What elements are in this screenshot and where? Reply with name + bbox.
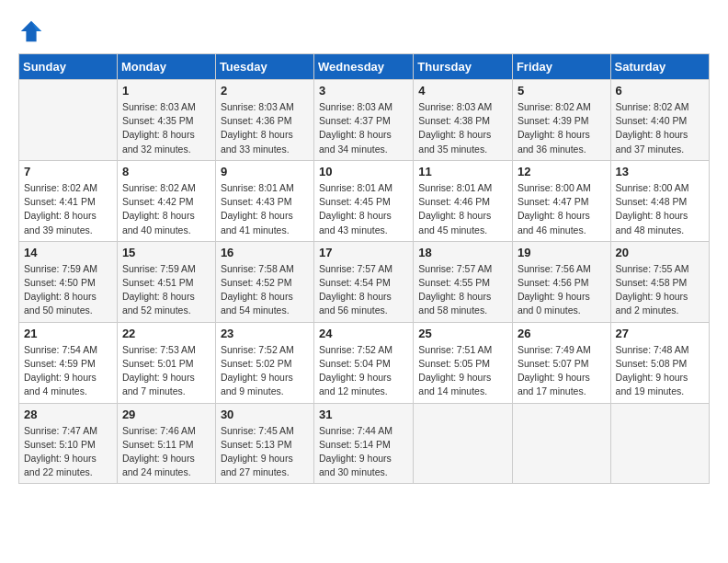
day-header-saturday: Saturday: [610, 54, 709, 80]
calendar-cell: 8Sunrise: 8:02 AM Sunset: 4:42 PM Daylig…: [117, 160, 215, 241]
logo: [18, 18, 48, 44]
day-number: 2: [221, 84, 309, 98]
day-info: Sunrise: 8:03 AM Sunset: 4:35 PM Dayligh…: [122, 100, 210, 156]
day-number: 3: [319, 84, 408, 98]
calendar-cell: 1Sunrise: 8:03 AM Sunset: 4:35 PM Daylig…: [117, 80, 215, 161]
day-info: Sunrise: 7:51 AM Sunset: 5:05 PM Dayligh…: [418, 343, 507, 399]
day-header-monday: Monday: [117, 54, 215, 80]
day-number: 17: [319, 246, 408, 259]
calendar-cell: 30Sunrise: 7:45 AM Sunset: 5:13 PM Dayli…: [215, 403, 313, 484]
calendar-cell: 31Sunrise: 7:44 AM Sunset: 5:14 PM Dayli…: [314, 403, 414, 484]
day-number: 20: [616, 246, 704, 259]
day-info: Sunrise: 8:00 AM Sunset: 4:48 PM Dayligh…: [616, 181, 704, 237]
day-number: 23: [221, 327, 309, 340]
page-header: [18, 18, 710, 44]
calendar-cell: 3Sunrise: 8:03 AM Sunset: 4:37 PM Daylig…: [314, 80, 414, 161]
day-info: Sunrise: 8:02 AM Sunset: 4:41 PM Dayligh…: [24, 181, 112, 237]
day-number: 27: [616, 327, 704, 340]
logo-icon: [18, 18, 44, 44]
day-number: 13: [616, 165, 704, 178]
week-row-5: 28Sunrise: 7:47 AM Sunset: 5:10 PM Dayli…: [19, 403, 710, 484]
week-row-2: 7Sunrise: 8:02 AM Sunset: 4:41 PM Daylig…: [19, 160, 710, 241]
day-number: 29: [122, 408, 210, 421]
calendar-cell: 16Sunrise: 7:58 AM Sunset: 4:52 PM Dayli…: [215, 241, 313, 322]
day-info: Sunrise: 7:46 AM Sunset: 5:11 PM Dayligh…: [122, 424, 210, 480]
day-number: 5: [518, 84, 606, 98]
day-info: Sunrise: 8:02 AM Sunset: 4:39 PM Dayligh…: [518, 100, 606, 156]
day-number: 12: [518, 165, 606, 178]
day-info: Sunrise: 7:56 AM Sunset: 4:56 PM Dayligh…: [518, 262, 606, 318]
calendar-cell: 24Sunrise: 7:52 AM Sunset: 5:04 PM Dayli…: [314, 322, 414, 403]
day-info: Sunrise: 7:57 AM Sunset: 4:54 PM Dayligh…: [319, 262, 408, 318]
calendar-cell: 27Sunrise: 7:48 AM Sunset: 5:08 PM Dayli…: [610, 322, 709, 403]
day-info: Sunrise: 8:01 AM Sunset: 4:45 PM Dayligh…: [319, 181, 408, 237]
calendar-cell: 26Sunrise: 7:49 AM Sunset: 5:07 PM Dayli…: [512, 322, 610, 403]
week-row-1: 1Sunrise: 8:03 AM Sunset: 4:35 PM Daylig…: [19, 80, 710, 161]
day-number: 30: [221, 408, 309, 421]
calendar-cell: 9Sunrise: 8:01 AM Sunset: 4:43 PM Daylig…: [215, 160, 313, 241]
day-number: 22: [122, 327, 210, 340]
day-info: Sunrise: 8:03 AM Sunset: 4:37 PM Dayligh…: [319, 100, 408, 156]
calendar-table: SundayMondayTuesdayWednesdayThursdayFrid…: [18, 53, 710, 484]
calendar-cell: 18Sunrise: 7:57 AM Sunset: 4:55 PM Dayli…: [414, 241, 513, 322]
day-number: 21: [24, 327, 112, 340]
day-number: 9: [221, 165, 309, 178]
day-info: Sunrise: 7:45 AM Sunset: 5:13 PM Dayligh…: [221, 424, 309, 480]
calendar-cell: 2Sunrise: 8:03 AM Sunset: 4:36 PM Daylig…: [215, 80, 313, 161]
day-info: Sunrise: 7:58 AM Sunset: 4:52 PM Dayligh…: [221, 262, 309, 318]
day-number: 11: [418, 165, 507, 178]
day-info: Sunrise: 7:59 AM Sunset: 4:50 PM Dayligh…: [24, 262, 112, 318]
day-info: Sunrise: 7:55 AM Sunset: 4:58 PM Dayligh…: [616, 262, 704, 318]
day-info: Sunrise: 8:00 AM Sunset: 4:47 PM Dayligh…: [518, 181, 606, 237]
week-row-3: 14Sunrise: 7:59 AM Sunset: 4:50 PM Dayli…: [19, 241, 710, 322]
calendar-cell: 19Sunrise: 7:56 AM Sunset: 4:56 PM Dayli…: [512, 241, 610, 322]
calendar-cell: 29Sunrise: 7:46 AM Sunset: 5:11 PM Dayli…: [117, 403, 215, 484]
calendar-cell: 15Sunrise: 7:59 AM Sunset: 4:51 PM Dayli…: [117, 241, 215, 322]
day-info: Sunrise: 7:57 AM Sunset: 4:55 PM Dayligh…: [418, 262, 507, 318]
day-header-tuesday: Tuesday: [215, 54, 313, 80]
day-info: Sunrise: 7:54 AM Sunset: 4:59 PM Dayligh…: [24, 343, 112, 399]
day-info: Sunrise: 7:52 AM Sunset: 5:02 PM Dayligh…: [221, 343, 309, 399]
day-number: 4: [418, 84, 507, 98]
calendar-cell: 21Sunrise: 7:54 AM Sunset: 4:59 PM Dayli…: [19, 322, 118, 403]
calendar-cell: 17Sunrise: 7:57 AM Sunset: 4:54 PM Dayli…: [314, 241, 414, 322]
day-number: 14: [24, 246, 112, 259]
day-info: Sunrise: 8:03 AM Sunset: 4:36 PM Dayligh…: [221, 100, 309, 156]
calendar-cell: [414, 403, 513, 484]
day-info: Sunrise: 7:47 AM Sunset: 5:10 PM Dayligh…: [24, 424, 112, 480]
day-header-sunday: Sunday: [19, 54, 118, 80]
day-info: Sunrise: 8:01 AM Sunset: 4:46 PM Dayligh…: [418, 181, 507, 237]
week-row-4: 21Sunrise: 7:54 AM Sunset: 4:59 PM Dayli…: [19, 322, 710, 403]
day-info: Sunrise: 7:44 AM Sunset: 5:14 PM Dayligh…: [319, 424, 408, 480]
day-number: 24: [319, 327, 408, 340]
day-info: Sunrise: 8:02 AM Sunset: 4:42 PM Dayligh…: [122, 181, 210, 237]
day-number: 8: [122, 165, 210, 178]
day-info: Sunrise: 7:53 AM Sunset: 5:01 PM Dayligh…: [122, 343, 210, 399]
calendar-cell: 20Sunrise: 7:55 AM Sunset: 4:58 PM Dayli…: [610, 241, 709, 322]
calendar-cell: [19, 80, 118, 161]
day-info: Sunrise: 7:52 AM Sunset: 5:04 PM Dayligh…: [319, 343, 408, 399]
day-header-friday: Friday: [512, 54, 610, 80]
day-number: 19: [518, 246, 606, 259]
day-number: 25: [418, 327, 507, 340]
calendar-cell: [512, 403, 610, 484]
day-number: 28: [24, 408, 112, 421]
calendar-cell: 4Sunrise: 8:03 AM Sunset: 4:38 PM Daylig…: [414, 80, 513, 161]
calendar-cell: 10Sunrise: 8:01 AM Sunset: 4:45 PM Dayli…: [314, 160, 414, 241]
calendar-cell: 7Sunrise: 8:02 AM Sunset: 4:41 PM Daylig…: [19, 160, 118, 241]
calendar-cell: 5Sunrise: 8:02 AM Sunset: 4:39 PM Daylig…: [512, 80, 610, 161]
day-number: 31: [319, 408, 408, 421]
day-info: Sunrise: 8:02 AM Sunset: 4:40 PM Dayligh…: [616, 100, 704, 156]
calendar-cell: 11Sunrise: 8:01 AM Sunset: 4:46 PM Dayli…: [414, 160, 513, 241]
day-header-thursday: Thursday: [414, 54, 513, 80]
day-number: 16: [221, 246, 309, 259]
day-number: 1: [122, 84, 210, 98]
calendar-cell: 12Sunrise: 8:00 AM Sunset: 4:47 PM Dayli…: [512, 160, 610, 241]
calendar-cell: 14Sunrise: 7:59 AM Sunset: 4:50 PM Dayli…: [19, 241, 118, 322]
calendar-cell: 13Sunrise: 8:00 AM Sunset: 4:48 PM Dayli…: [610, 160, 709, 241]
day-number: 15: [122, 246, 210, 259]
calendar-cell: [610, 403, 709, 484]
day-number: 18: [418, 246, 507, 259]
day-number: 7: [24, 165, 112, 178]
day-header-wednesday: Wednesday: [314, 54, 414, 80]
